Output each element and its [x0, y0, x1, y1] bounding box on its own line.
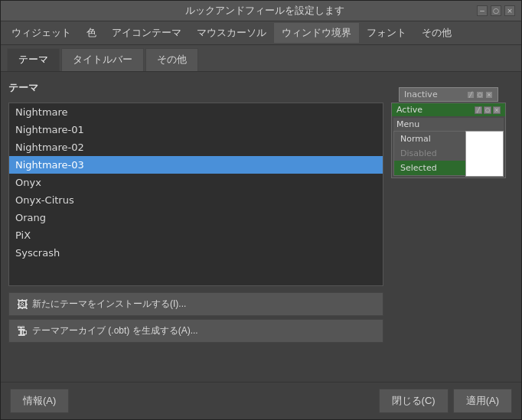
list-item[interactable]: Onyx: [9, 174, 383, 191]
minimize-button[interactable]: −: [477, 5, 488, 16]
section-label: テーマ: [8, 80, 383, 96]
preview-inactive-min: ○: [476, 91, 484, 99]
tab-titlebar[interactable]: タイトルバー: [61, 48, 144, 71]
titlebar: ルックアンドフィールを設定します − ○ ×: [1, 1, 521, 21]
preview-inactive-controls: ╱ ○ ×: [467, 91, 493, 99]
preview-menu-label: Menu: [396, 119, 419, 129]
menu-font[interactable]: フォント: [359, 23, 414, 43]
menu-widget[interactable]: ウィジェット: [4, 23, 79, 43]
close-dialog-button[interactable]: 閉じる(C): [379, 389, 449, 413]
tab-theme[interactable]: テーマ: [7, 48, 60, 71]
preview-menubar: Menu: [393, 118, 504, 131]
preview-active-min: ○: [484, 106, 491, 114]
main-window: ルックアンドフィールを設定します − ○ × ウィジェット 色 アイコンテーマ …: [0, 0, 522, 420]
menu-window-border[interactable]: ウィンドウ境界: [274, 23, 359, 43]
window-title: ルックアンドフィールを設定します: [53, 4, 477, 18]
menu-bar: ウィジェット 色 アイコンテーマ マウスカーソル ウィンドウ境界 フォント その…: [1, 21, 521, 45]
apply-button[interactable]: 適用(A): [453, 389, 512, 413]
preview-inactive-window: Inactive ╱ ○ ×: [399, 87, 498, 102]
list-item[interactable]: Syscrash: [9, 244, 383, 262]
preview-active-titlebar: Active ╱ ○ ×: [392, 103, 505, 116]
maximize-button[interactable]: ○: [491, 5, 501, 16]
footer-left: 情報(A): [10, 389, 69, 413]
action-buttons: 🖼 新たにテーマをインストールする(I)... 🗜 テーマアーカイブ (.obt…: [8, 292, 383, 343]
close-button[interactable]: ×: [504, 5, 515, 16]
footer-right: 閉じる(C) 適用(A): [379, 389, 512, 413]
list-item-selected[interactable]: Nightmare-03: [9, 156, 383, 174]
install-theme-button[interactable]: 🖼 新たにテーマをインストールする(I)...: [8, 292, 383, 316]
preview-active-resize: ╱: [475, 106, 482, 114]
list-item[interactable]: Nightmare: [9, 103, 383, 121]
archive-theme-button[interactable]: 🗜 テーマアーカイブ (.obt) を生成する(A)...: [8, 319, 383, 343]
window-controls: − ○ ×: [477, 5, 515, 16]
preview-active-close: ×: [493, 106, 501, 114]
install-icon: 🖼: [17, 298, 28, 311]
list-item[interactable]: Onyx-Citrus: [9, 191, 383, 209]
preview-submenu-container: Normal ▶ Disabled Selected: [393, 131, 504, 176]
preview-white-box: [465, 131, 504, 177]
archive-icon: 🗜: [17, 325, 28, 337]
menu-color[interactable]: 色: [79, 23, 104, 43]
menu-other[interactable]: その他: [414, 23, 459, 43]
theme-list[interactable]: Nightmare Nightmare-01 Nightmare-02 Nigh…: [8, 103, 383, 286]
preview-inactive-close: ×: [485, 91, 493, 99]
tabs-bar: テーマ タイトルバー その他: [1, 45, 521, 72]
preview-inactive-label: Inactive: [404, 90, 438, 99]
left-panel: テーマ Nightmare Nightmare-01 Nightmare-02 …: [8, 80, 383, 374]
menu-icon-theme[interactable]: アイコンテーマ: [104, 23, 189, 43]
list-item[interactable]: Nightmare-02: [9, 138, 383, 156]
menu-mouse-cursor[interactable]: マウスカーソル: [189, 23, 274, 43]
preview-panel: Inactive ╱ ○ × Active ╱ ○ ×: [391, 80, 514, 374]
preview-inactive-resize: ╱: [467, 91, 475, 99]
preview-active-window: Active ╱ ○ × Menu Normal: [391, 103, 506, 178]
preview-body: Menu Normal ▶ Disabled Sel: [392, 116, 505, 177]
content-area: テーマ Nightmare Nightmare-01 Nightmare-02 …: [1, 72, 521, 382]
list-item[interactable]: PiX: [9, 226, 383, 244]
tab-other[interactable]: その他: [145, 48, 198, 71]
list-item[interactable]: Orang: [9, 209, 383, 226]
info-button[interactable]: 情報(A): [10, 389, 69, 413]
preview-inactive-titlebar: Inactive ╱ ○ ×: [400, 88, 498, 101]
footer: 情報(A) 閉じる(C) 適用(A): [1, 382, 521, 419]
preview-active-controls: ╱ ○ ×: [475, 106, 501, 114]
list-item[interactable]: Nightmare-01: [9, 121, 383, 138]
preview-active-label: Active: [396, 105, 422, 115]
